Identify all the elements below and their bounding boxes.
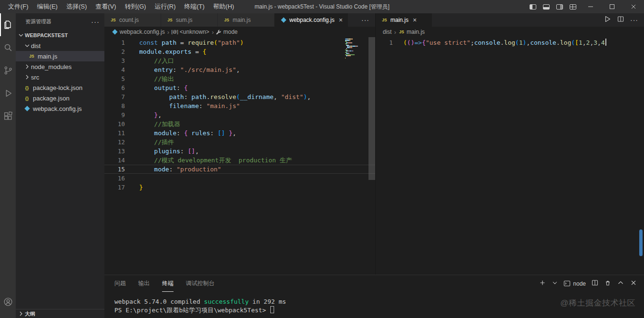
workspace-section-header[interactable]: WEBPACK5TEST bbox=[16, 30, 104, 40]
code-line-14[interactable]: 14 //模式 development开发 production 生产 bbox=[104, 156, 375, 165]
tab-sum-js[interactable]: JSsum.js bbox=[161, 13, 218, 27]
more-tabs-icon[interactable]: ··· bbox=[361, 16, 369, 24]
line-number: 1 bbox=[376, 38, 403, 47]
menu-edit[interactable]: 编辑(E) bbox=[33, 0, 62, 13]
split-editor-icon[interactable] bbox=[617, 15, 624, 25]
code-line-16[interactable]: 16 bbox=[104, 174, 375, 183]
minimize-button[interactable] bbox=[580, 0, 601, 13]
run-debug-icon[interactable] bbox=[0, 82, 16, 105]
terminal-instance-node[interactable]: node bbox=[563, 280, 586, 287]
more-actions-icon[interactable]: ··· bbox=[91, 18, 100, 26]
menu-selection[interactable]: 选择(S) bbox=[62, 0, 91, 13]
maximize-panel-icon[interactable] bbox=[617, 279, 624, 288]
close-icon[interactable]: × bbox=[339, 17, 343, 23]
right-breadcrumb: dist›JSmain.js bbox=[376, 27, 644, 37]
right-code-editor[interactable]: 1(()=>{"use strict";console.log(1),conso… bbox=[376, 37, 644, 275]
menu-run[interactable]: 运行(R) bbox=[150, 0, 180, 13]
panel-header: 问题输出终端调试控制台 node bbox=[104, 275, 644, 292]
code-text: module.exports = { bbox=[139, 47, 206, 56]
right-tab-actions: ··· bbox=[598, 13, 644, 27]
code-line-4[interactable]: 4 entry: "./src/main.js", bbox=[104, 65, 375, 74]
menu-help[interactable]: 帮助(H) bbox=[209, 0, 238, 13]
tab-main-js[interactable]: JSmain.js bbox=[218, 13, 275, 27]
breadcrumb-mode[interactable]: mode bbox=[223, 29, 237, 35]
close-button[interactable] bbox=[623, 0, 644, 13]
editor-more-actions-icon[interactable]: ··· bbox=[630, 16, 638, 24]
menu-view[interactable]: 查看(V) bbox=[91, 0, 120, 13]
toggle-sidebar-icon[interactable] bbox=[526, 0, 540, 13]
code-line-10[interactable]: 10 //加载器 bbox=[104, 119, 375, 129]
breadcrumb-webpack-config-js[interactable]: webpack.config.js bbox=[120, 29, 165, 35]
minimap[interactable] bbox=[345, 39, 368, 59]
tab-webpack-config-js[interactable]: webpack.config.js× bbox=[275, 13, 348, 27]
tree-item-main-js[interactable]: JSmain.js bbox=[16, 51, 104, 61]
tree-item-package-json[interactable]: {}package.json bbox=[16, 93, 104, 103]
tree-item-webpack-config-js[interactable]: webpack.config.js bbox=[16, 103, 104, 114]
line-number: 9 bbox=[104, 110, 139, 119]
panel-tab-problems[interactable]: 问题 bbox=[114, 275, 126, 292]
tab-main-js[interactable]: JSmain.js× bbox=[376, 13, 432, 27]
chevron-right-icon bbox=[23, 63, 31, 70]
breadcrumb-unknown[interactable]: <unknown> bbox=[180, 29, 209, 35]
tree-item-package-lock-json[interactable]: {}package-lock.json bbox=[16, 82, 104, 93]
code-line-9[interactable]: 9 }, bbox=[104, 110, 375, 119]
panel-tab-output[interactable]: 输出 bbox=[138, 275, 150, 292]
tree-item-node-modules[interactable]: node_modules bbox=[16, 61, 104, 72]
webpack-file-icon bbox=[23, 105, 31, 112]
tree-item-src[interactable]: src bbox=[16, 72, 104, 82]
code-line-7[interactable]: 7 path: path.resolve(__dirname, "dist"), bbox=[104, 92, 375, 101]
panel-tab-debug-console[interactable]: 调试控制台 bbox=[186, 275, 215, 292]
code-line-5[interactable]: 5 //输出 bbox=[104, 74, 375, 83]
breadcrumb-main-js[interactable]: main.js bbox=[407, 29, 425, 35]
code-text: //加载器 bbox=[139, 119, 180, 129]
line-number: 4 bbox=[104, 65, 139, 74]
menu-go[interactable]: 转到(G) bbox=[121, 0, 151, 13]
code-line-2[interactable]: 2module.exports = { bbox=[104, 47, 375, 56]
menu-file[interactable]: 文件(F) bbox=[4, 0, 33, 13]
right-code-lines: 1(()=>{"use strict";console.log(1),conso… bbox=[376, 38, 644, 47]
code-line-13[interactable]: 13 plugins: [], bbox=[104, 147, 375, 156]
code-text: plugins: [], bbox=[139, 147, 199, 156]
kill-terminal-icon[interactable] bbox=[604, 279, 612, 288]
split-terminal-icon[interactable] bbox=[591, 279, 599, 288]
source-control-icon[interactable] bbox=[0, 59, 16, 82]
line-number: 5 bbox=[104, 74, 139, 83]
chevron-down-icon bbox=[23, 42, 31, 50]
outline-section-header[interactable]: 大纲 bbox=[16, 309, 104, 318]
code-line-12[interactable]: 12 //插件 bbox=[104, 138, 375, 147]
code-line-15[interactable]: 15 mode: "production" bbox=[104, 165, 375, 174]
left-code-editor[interactable]: 1const path = require("path")2module.exp… bbox=[104, 37, 375, 275]
code-line-1[interactable]: 1(()=>{"use strict";console.log(1),conso… bbox=[376, 38, 644, 47]
panel-tab-terminal[interactable]: 终端 bbox=[162, 275, 174, 292]
bottom-panel: 问题输出终端调试控制台 node webpack 5.74.0 compiled… bbox=[104, 275, 644, 318]
right-scrollbar-decoration[interactable] bbox=[639, 229, 643, 256]
explorer-icon[interactable] bbox=[0, 13, 16, 36]
left-scrollbar[interactable] bbox=[368, 37, 375, 180]
panel-tab-bar: 问题输出终端调试控制台 bbox=[114, 275, 227, 292]
toggle-panel-icon[interactable] bbox=[540, 0, 553, 13]
code-line-6[interactable]: 6 output: { bbox=[104, 83, 375, 92]
maximize-button[interactable] bbox=[601, 0, 623, 13]
extensions-icon[interactable] bbox=[0, 105, 16, 128]
tab-count-js[interactable]: JScount.js bbox=[104, 13, 161, 27]
tree-item-dist[interactable]: dist bbox=[16, 40, 104, 51]
code-line-8[interactable]: 8 filename: "main.js" bbox=[104, 101, 375, 110]
code-line-1[interactable]: 1const path = require("path") bbox=[104, 38, 375, 47]
search-icon[interactable] bbox=[0, 36, 16, 59]
toggle-secondary-sidebar-icon[interactable] bbox=[553, 0, 566, 13]
account-icon[interactable] bbox=[0, 290, 16, 313]
breadcrumb-dist[interactable]: dist bbox=[383, 29, 392, 35]
left-tab-actions: ··· bbox=[356, 13, 375, 27]
code-line-11[interactable]: 11 module: { rules: [] }, bbox=[104, 129, 375, 138]
code-line-17[interactable]: 17} bbox=[104, 183, 375, 192]
terminal-dropdown-icon[interactable] bbox=[552, 279, 558, 288]
activity-bar-bottom bbox=[0, 290, 16, 313]
menu-terminal[interactable]: 终端(T) bbox=[180, 0, 209, 13]
code-text: } bbox=[139, 183, 143, 192]
close-icon[interactable]: × bbox=[413, 17, 417, 23]
customize-layout-icon[interactable] bbox=[566, 0, 580, 13]
close-panel-icon[interactable] bbox=[630, 279, 637, 288]
run-file-icon[interactable] bbox=[603, 15, 611, 25]
code-line-3[interactable]: 3 //入口 bbox=[104, 56, 375, 65]
new-terminal-icon[interactable] bbox=[539, 279, 546, 288]
